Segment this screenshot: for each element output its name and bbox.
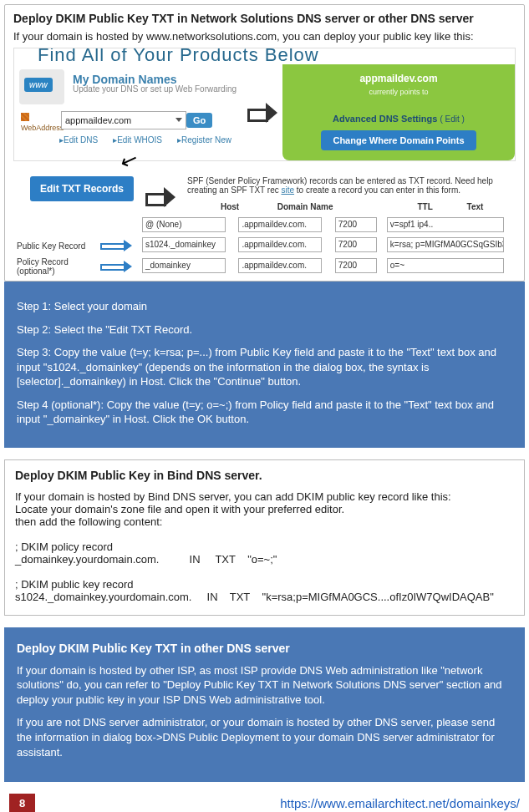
table-row: @ (None) .appmaildev.com. 7200 v=spf1 ip… xyxy=(13,216,516,236)
bind-rec2-comment: ; DKIM public key record xyxy=(15,578,514,591)
domain-selected-value: appmaildev.com xyxy=(65,115,131,125)
bind-rec2-line: s1024._domainkey.yourdomain.com. IN TXT … xyxy=(15,591,514,603)
my-domain-sub: Update your DNS or set up Web Forwarding xyxy=(73,84,237,94)
chevron-down-icon xyxy=(175,118,182,122)
ttl-input[interactable]: 7200 xyxy=(335,217,377,232)
other-p1: If your domain is hosted by other ISP, a… xyxy=(17,663,512,708)
dname-value: .appmaildev.com. xyxy=(238,217,322,232)
bind-intro2: Locate your domain's zone file and open … xyxy=(15,503,514,515)
other-p2: If you are not DNS server administrator,… xyxy=(17,715,512,759)
change-domain-button[interactable]: Change Where Domain Points xyxy=(321,130,476,150)
spf-site-link[interactable]: site xyxy=(281,185,294,195)
dname-value: .appmaildev.com. xyxy=(238,237,322,252)
bind-title: Deploy DKIM Public Key in Bind DNS serve… xyxy=(15,469,514,482)
webaddress-label: WebAddress® xyxy=(21,113,61,132)
ttl-input[interactable]: 7200 xyxy=(335,258,377,273)
adv-dns-row: Advanced DNS Settings ( Edit ) xyxy=(287,114,510,124)
step3: Step 3: Copy the value (t=y; k=rsa; p=..… xyxy=(17,345,512,389)
host-input[interactable]: s1024._domainkey xyxy=(142,237,226,252)
dname-value: .appmaildev.com. xyxy=(238,258,322,273)
ns-title: Deploy DKIM Public Key TXT in Network So… xyxy=(13,12,516,25)
bind-rec1-comment: ; DKIM policy record xyxy=(15,540,514,553)
ns-cropped-header: Find All of Your Products Below xyxy=(13,48,516,64)
arrow-right-icon xyxy=(100,261,132,272)
footer-url[interactable]: https://www.emailarchitect.net/domainkey… xyxy=(280,796,520,810)
host-input[interactable]: _domainkey xyxy=(142,258,226,273)
text-input[interactable]: v=spf1 ip4.. xyxy=(387,217,504,232)
step1: Step 1: Select your domain xyxy=(17,299,512,314)
domain-select[interactable]: appmaildev.com xyxy=(61,111,186,129)
ns-intro: If your domain is hosted by www.networks… xyxy=(13,30,516,43)
spf-help-text: SPF (Sender Policy Framework) records ca… xyxy=(187,176,516,214)
other-panel: Deploy DKIM Public Key TXT in other DNS … xyxy=(4,627,525,782)
bind-intro3: then add the following content: xyxy=(15,515,514,528)
arrow-right-icon xyxy=(247,103,277,123)
adv-dns-edit-link[interactable]: ( Edit ) xyxy=(440,114,464,124)
link-edit-dns[interactable]: Edit DNS xyxy=(59,135,98,145)
col-ttl: TTL xyxy=(414,200,463,214)
steps-panel: Step 1: Select your domain Step 2: Selec… xyxy=(4,282,525,448)
arrow-right-icon xyxy=(100,241,132,251)
arrow-right-icon xyxy=(145,187,175,207)
link-register-new[interactable]: Register New xyxy=(177,135,231,145)
col-host: Host xyxy=(217,200,274,214)
panel-domain: appmaildev.com xyxy=(287,73,510,84)
other-title: Deploy DKIM Public Key TXT in other DNS … xyxy=(17,638,512,655)
ttl-input[interactable]: 7200 xyxy=(335,237,377,252)
host-input[interactable]: @ (None) xyxy=(142,217,226,232)
text-input[interactable]: o=~ xyxy=(387,258,504,273)
edit-txt-button[interactable]: Edit TXT Records xyxy=(30,176,134,201)
bind-panel: Deploy DKIM Public Key in Bind DNS serve… xyxy=(4,459,525,616)
panel-sub: currently points to xyxy=(369,88,428,96)
text-input[interactable]: k=rsa; p=MIGfMA0GCSqGSIb3DQ xyxy=(387,237,504,252)
table-row: Public Key Record s1024._domainkey .appm… xyxy=(13,236,516,256)
ns-subnav: Edit DNS Edit WHOIS Register New xyxy=(59,135,237,145)
table-row: Policy Record (optional*) _domainkey .ap… xyxy=(13,256,516,277)
www-badge-icon xyxy=(19,69,64,104)
col-domain: Domain Name xyxy=(274,200,415,214)
step4: Step 4 (optional*): Copy the value (t=y;… xyxy=(17,398,512,427)
link-edit-whois[interactable]: Edit WHOIS xyxy=(113,135,162,145)
step2: Step 2: Select the "Edit TXT Record. xyxy=(17,322,512,337)
bind-rec1-line: _domainkey.yourdomain.com. IN TXT "o=~;" xyxy=(15,553,514,566)
bind-intro1: If your domain is hosted by Bind DNS ser… xyxy=(15,490,514,503)
col-text: Text xyxy=(464,200,516,214)
page-number: 8 xyxy=(9,794,35,812)
dns-table: Host Domain Name TTL Text xyxy=(187,200,516,214)
go-button[interactable]: Go xyxy=(186,113,212,128)
